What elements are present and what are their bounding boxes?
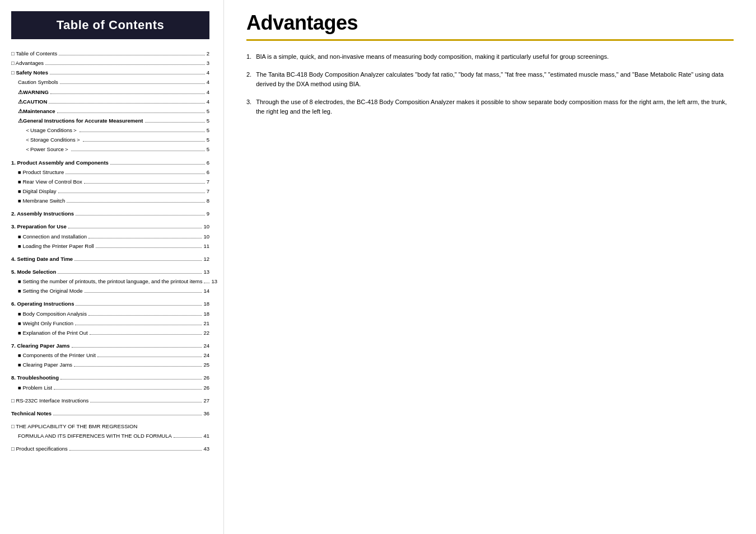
- toc-dots: [84, 183, 205, 184]
- toc-dots: [69, 450, 202, 451]
- toc-title: Table of Contents: [11, 11, 209, 39]
- toc-dots: [80, 132, 205, 132]
- advantages-list: 1.BIA is a simple, quick, and non-invasi…: [246, 52, 734, 117]
- toc-entry: □ Advantages3: [11, 59, 209, 68]
- toc-entry: ⚠WARNING4: [11, 88, 209, 97]
- toc-label: □ Table of Contents: [11, 49, 57, 58]
- toc-entry: Caution Symbols4: [11, 78, 209, 87]
- toc-entry: ■ Explanation of the Print Out22: [11, 329, 209, 338]
- toc-dots: [49, 103, 204, 104]
- toc-page: 5: [207, 135, 209, 144]
- toc-page: 5: [207, 126, 209, 135]
- toc-page: 4: [207, 88, 209, 97]
- toc-entry: ■ Loading the Printer Paper Roll11: [11, 242, 209, 251]
- toc-page: 41: [203, 432, 209, 441]
- toc-page: 43: [203, 444, 209, 453]
- advantages-panel: Advantages 1.BIA is a simple, quick, and…: [224, 0, 756, 534]
- toc-label: ■ Clearing Paper Jams: [11, 360, 72, 369]
- toc-label: ＜Storage Conditions＞: [11, 135, 81, 144]
- advantages-text: Through the use of 8 electrodes, the BC-…: [256, 97, 734, 117]
- toc-dots: [59, 55, 205, 55]
- toc-label: ■ Body Composition Analysis: [11, 310, 87, 318]
- toc-label: □ Product specifications: [11, 444, 68, 453]
- toc-entry: ■ Setting the number of printouts, the p…: [11, 277, 209, 286]
- toc-page: 5: [207, 116, 209, 125]
- toc-label: ■ Loading the Printer Paper Roll: [11, 242, 94, 251]
- toc-entry: 2. Assembly Instructions9: [11, 209, 209, 218]
- toc-page: 7: [207, 187, 209, 196]
- toc-dots: [66, 174, 204, 174]
- toc-dots: [74, 366, 202, 367]
- toc-page: 4: [207, 97, 209, 106]
- toc-page: 25: [203, 360, 209, 369]
- toc-dots: [74, 260, 202, 261]
- toc-dots: [76, 215, 205, 216]
- advantages-text: The Tanita BC-418 Body Composition Analy…: [256, 70, 734, 90]
- toc-entry: ■ Problem List26: [11, 383, 209, 392]
- toc-dots: [57, 113, 205, 113]
- toc-label: ■ Problem List: [11, 383, 52, 392]
- toc-dots: [75, 325, 202, 325]
- toc-entry: ⚠Maintenance5: [11, 107, 209, 116]
- toc-entry: Technical Notes36: [11, 409, 209, 418]
- toc-entry: 4. Setting Date and Time12: [11, 255, 209, 264]
- toc-entry: ＜Storage Conditions＞5: [11, 135, 209, 144]
- toc-entry: 1. Product Assembly and Components6: [11, 158, 209, 167]
- toc-page: 11: [203, 242, 209, 251]
- toc-page: 5: [207, 145, 209, 154]
- advantages-text: BIA is a simple, quick, and non-invasive…: [256, 52, 734, 62]
- toc-entry: ＜Usage Conditions＞5: [11, 126, 209, 135]
- toc-dots: [90, 334, 202, 335]
- toc-dots: [54, 389, 202, 390]
- toc-panel: Table of Contents □ Table of Contents2□ …: [0, 0, 224, 534]
- toc-label: ■ Setting the Original Mode: [11, 287, 83, 296]
- toc-entry: □ Product specifications43: [11, 444, 209, 453]
- toc-dots: [97, 357, 202, 357]
- toc-page: 6: [207, 168, 209, 177]
- toc-label: 5. Mode Selection: [11, 268, 56, 277]
- toc-page: 10: [203, 222, 209, 231]
- toc-page: 4: [207, 68, 209, 77]
- toc-label: ■ Connection and Installation: [11, 232, 87, 241]
- toc-page: 26: [203, 383, 209, 392]
- toc-dots: [204, 283, 209, 283]
- toc-label: ＜Usage Conditions＞: [11, 126, 78, 135]
- toc-page: 22: [203, 329, 209, 338]
- toc-dots: [67, 202, 204, 203]
- toc-label: 4. Setting Date and Time: [11, 255, 73, 264]
- toc-label: Technical Notes: [11, 409, 52, 418]
- toc-label: ⚠General Instructions for Accurate Measu…: [11, 116, 143, 125]
- toc-dots: [45, 64, 205, 65]
- toc-page: 14: [203, 287, 209, 296]
- toc-label: □ Safety Notes: [11, 68, 48, 77]
- toc-label: ■ Setting the number of printouts, the p…: [11, 277, 202, 286]
- toc-label: ■ Product Structure: [11, 168, 64, 177]
- toc-dots: [53, 415, 202, 415]
- toc-dots: [85, 292, 202, 293]
- toc-page: 7: [207, 177, 209, 186]
- toc-page: 10: [203, 232, 209, 241]
- toc-page: 8: [207, 196, 209, 205]
- toc-page: 27: [203, 396, 209, 405]
- toc-dots: [50, 74, 205, 74]
- toc-page: 9: [207, 209, 209, 218]
- toc-page: 13: [203, 268, 209, 277]
- toc-label: 3. Preparation for Use: [11, 222, 67, 231]
- toc-page: 36: [203, 409, 209, 418]
- toc-page: 6: [207, 158, 209, 167]
- toc-entry: ⚠CAUTION4: [11, 97, 209, 106]
- toc-dots: [72, 347, 202, 348]
- toc-entry: FORMULA AND ITS DIFFERENCES WITH THE OLD…: [11, 432, 209, 441]
- toc-label: ⚠WARNING: [11, 88, 49, 97]
- toc-label: ■ Components of the Printer Unit: [11, 351, 96, 360]
- toc-dots: [88, 238, 202, 238]
- toc-entry: □ Safety Notes4: [11, 68, 209, 77]
- toc-dots: [60, 83, 205, 84]
- toc-dots: [58, 193, 205, 193]
- toc-label: □ THE APPLICABILITY OF THE BMR REGRESSIO…: [11, 422, 137, 431]
- toc-page: 26: [203, 373, 209, 382]
- advantages-number: 3.: [246, 97, 251, 117]
- toc-dots: [174, 437, 202, 438]
- toc-entry: ■ Body Composition Analysis18: [11, 310, 209, 318]
- toc-dots: [88, 315, 202, 316]
